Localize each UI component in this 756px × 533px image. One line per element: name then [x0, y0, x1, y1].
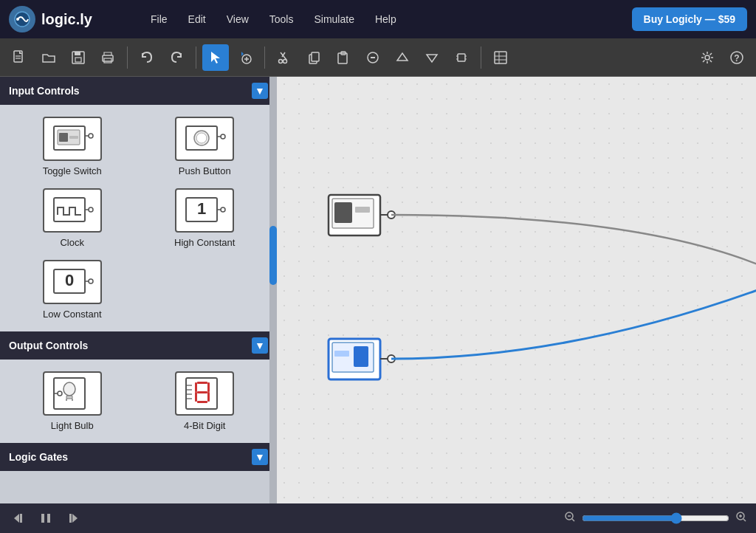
delete-button[interactable] — [360, 44, 386, 71]
output-controls-label: Output Controls — [9, 340, 88, 351]
low-constant-label: Low Constant — [43, 309, 102, 320]
menu-simulate[interactable]: Simulate — [305, 9, 362, 30]
main-menu: File Edit View Tools Simulate Help — [142, 9, 405, 30]
table-button[interactable] — [487, 44, 514, 71]
clock-icon — [43, 188, 102, 233]
clock-item[interactable]: Clock — [12, 188, 133, 248]
print-button[interactable] — [94, 44, 121, 71]
menu-help[interactable]: Help — [366, 9, 405, 30]
logo-icon — [9, 6, 35, 32]
input-controls-toggle[interactable]: ▼ — [252, 83, 268, 99]
logic-gates-toggle[interactable]: ▼ — [252, 449, 268, 465]
pause-button[interactable] — [35, 508, 56, 529]
svg-rect-107 — [47, 514, 50, 523]
save-button[interactable] — [65, 44, 92, 71]
svg-line-112 — [572, 519, 574, 521]
circuit-canvas[interactable] — [277, 77, 756, 503]
toolbar-separator-2 — [196, 47, 196, 69]
svg-rect-106 — [41, 514, 44, 523]
main-content: Input Controls ▼ Toggle Switch — [0, 77, 756, 503]
svg-rect-78 — [334, 202, 352, 223]
svg-point-14 — [284, 59, 287, 63]
high-constant-item[interactable]: 1 High Constant — [145, 188, 266, 248]
toolbar-separator-4 — [481, 47, 481, 69]
circuit-diagram — [277, 77, 756, 503]
copy-button[interactable] — [300, 44, 327, 71]
svg-rect-67 — [207, 382, 210, 392]
svg-rect-26 — [495, 52, 506, 63]
svg-point-38 — [89, 134, 93, 138]
paste-button[interactable] — [330, 44, 357, 71]
push-button-label: Push Button — [179, 165, 231, 176]
low-constant-item[interactable]: 0 Low Constant — [12, 260, 133, 320]
output-controls-toggle[interactable]: ▼ — [252, 337, 268, 354]
zoom-in-icon — [735, 511, 747, 526]
svg-rect-69 — [207, 392, 210, 402]
settings-button[interactable] — [694, 44, 721, 71]
push-button-icon — [175, 117, 234, 161]
svg-marker-108 — [72, 514, 78, 523]
high-constant-icon: 1 — [175, 188, 234, 233]
svg-rect-36 — [69, 136, 78, 139]
chip-button[interactable] — [448, 44, 475, 71]
svg-point-13 — [279, 59, 283, 63]
help-button[interactable]: ? — [724, 44, 750, 71]
svg-rect-6 — [75, 52, 80, 55]
sidebar-scrollbar — [269, 77, 277, 503]
light-bulb-item[interactable]: Light Bulb — [12, 371, 133, 431]
svg-point-41 — [196, 133, 207, 143]
svg-point-43 — [221, 134, 225, 139]
input-high-button[interactable] — [389, 44, 416, 71]
zoom-out-icon — [564, 511, 576, 526]
4bit-digit-item[interactable]: 4-Bit Digit — [145, 371, 266, 431]
high-constant-label: High Constant — [174, 237, 235, 248]
svg-rect-68 — [195, 392, 197, 402]
add-tool-button[interactable] — [232, 44, 258, 71]
zoom-slider[interactable] — [582, 512, 729, 524]
clock-label: Clock — [60, 237, 84, 248]
toolbar-separator-3 — [264, 47, 265, 69]
forward-button[interactable] — [62, 508, 83, 529]
svg-rect-65 — [197, 401, 207, 403]
svg-rect-66 — [195, 382, 197, 392]
push-button-item[interactable]: Push Button — [145, 117, 266, 176]
input-controls-header: Input Controls ▼ — [0, 77, 277, 105]
svg-text:?: ? — [734, 53, 739, 63]
output-controls-header: Output Controls ▼ — [0, 331, 277, 360]
top-navigation: logic.ly File Edit View Tools Simulate H… — [0, 0, 756, 38]
toggle-switch-label: Toggle Switch — [43, 165, 102, 176]
undo-button[interactable] — [134, 44, 160, 71]
menu-edit[interactable]: Edit — [179, 9, 215, 30]
toolbar-separator-1 — [127, 47, 128, 69]
menu-file[interactable]: File — [142, 9, 176, 30]
svg-rect-35 — [59, 133, 68, 142]
app-logo: logic.ly — [9, 6, 127, 32]
svg-rect-105 — [20, 514, 22, 523]
svg-point-46 — [89, 207, 93, 212]
logic-gates-label: Logic Gates — [9, 451, 68, 463]
open-button[interactable] — [35, 44, 62, 71]
select-tool-button[interactable] — [202, 44, 229, 71]
bottom-controls — [0, 503, 756, 533]
sidebar-scrollbar-thumb[interactable] — [269, 226, 277, 285]
svg-line-116 — [743, 519, 746, 521]
svg-point-61 — [58, 391, 62, 396]
redo-button[interactable] — [163, 44, 190, 71]
input-low-button[interactable] — [419, 44, 445, 71]
rewind-button[interactable] — [9, 508, 30, 529]
svg-rect-79 — [355, 207, 370, 213]
buy-button[interactable]: Buy Logicly — $59 — [632, 7, 747, 31]
svg-point-1 — [16, 18, 19, 21]
menu-tools[interactable]: Tools — [261, 9, 303, 30]
svg-rect-84 — [354, 346, 368, 367]
svg-marker-104 — [14, 514, 19, 523]
menu-view[interactable]: View — [218, 9, 258, 30]
4bit-digit-label: 4-Bit Digit — [184, 420, 225, 431]
svg-rect-7 — [75, 58, 81, 62]
svg-point-50 — [221, 207, 225, 212]
new-button[interactable] — [6, 44, 32, 71]
toggle-switch-item[interactable]: Toggle Switch — [12, 117, 133, 176]
cut-button[interactable] — [271, 44, 298, 71]
output-controls-grid: Light Bulb — [0, 360, 277, 443]
svg-rect-63 — [197, 382, 207, 384]
